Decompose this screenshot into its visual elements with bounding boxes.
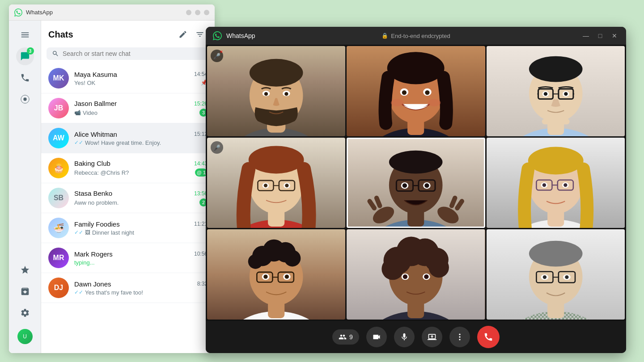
video-close-btn[interactable]: ✕ — [610, 32, 619, 39]
chat-item-dawn[interactable]: DJ Dawn Jones 8:32 ✓✓ Yes that's my fave… — [41, 273, 215, 303]
video-whatsapp-logo-icon — [213, 31, 222, 40]
svg-point-124 — [565, 275, 568, 279]
chat-name-family: Family Foodies — [74, 220, 120, 228]
more-options-btn[interactable] — [449, 327, 470, 347]
chat-info-mark: Mark Rogers 10:56 typing... — [74, 250, 208, 266]
chat-name-dawn: Dawn Jones — [74, 280, 111, 288]
sidebar-item-archived[interactable] — [16, 282, 34, 300]
chat-name-alice: Alice Whitman — [74, 130, 117, 138]
chat-info-alice: Alice Whitman 15:12 ✓✓ Wow! Have great t… — [74, 130, 208, 146]
chat-preview-stasa: Aww no problem. — [74, 199, 119, 206]
sidebar-item-chats[interactable]: 3 — [16, 47, 34, 65]
chat-name-baking: Baking Club — [74, 160, 110, 167]
chat-info-jason: Jason Ballmer 15:26 📹 Video 3 — [74, 100, 208, 117]
search-bar — [47, 47, 209, 60]
participant-1-video — [207, 46, 345, 136]
sidebar-item-starred[interactable] — [16, 261, 34, 279]
chat-info-family: Family Foodies 11:21 ✓✓ 🖼 Dinner last ni… — [74, 220, 208, 236]
avatar-dawn: DJ — [48, 278, 69, 298]
video-minimize-btn[interactable]: — — [581, 32, 590, 39]
whatsapp-background-window: WhatsApp 3 — [9, 4, 215, 353]
chats-header-icons — [175, 27, 208, 42]
video-call-window: WhatsApp 🔒 End-to-end endcrypted — □ ✕ — [206, 27, 626, 353]
avatar-mark: MR — [48, 248, 69, 268]
chat-list: MK Maya Kasuma 14:54 Yes! OK 📌 JB — [41, 63, 215, 353]
avatar-baking: 🎂 — [48, 158, 69, 178]
encryption-label: End-to-end endcrypted — [391, 33, 450, 39]
end-call-btn[interactable] — [477, 326, 500, 348]
chats-title: Chats — [48, 29, 73, 40]
search-input[interactable] — [63, 50, 204, 57]
video-cell-4: 🎤 — [207, 138, 345, 228]
participants-count-btn[interactable]: 9 — [332, 329, 359, 345]
video-grid: 🎤✕ — [206, 45, 626, 321]
svg-point-34 — [544, 92, 547, 96]
chat-preview-alice: ✓✓ Wow! Have great time. Enjoy. — [74, 139, 161, 146]
chat-item-baking[interactable]: 🎂 Baking Club 14:43 Rebecca: @Chris R? @… — [41, 153, 215, 183]
svg-point-10 — [284, 92, 288, 96]
svg-line-65 — [377, 198, 380, 206]
svg-point-87 — [284, 250, 301, 266]
svg-point-105 — [429, 257, 449, 278]
avatar-alice: AW — [48, 128, 69, 148]
svg-point-54 — [389, 151, 443, 174]
screen-share-btn[interactable] — [422, 327, 442, 347]
svg-point-60 — [402, 183, 407, 188]
video-cell-3 — [487, 46, 625, 136]
video-cell-5 — [347, 138, 485, 228]
whatsapp-logo-icon — [14, 8, 22, 17]
chat-item-stasa[interactable]: SB Stasa Benko 13:56 Aww no problem. 2 — [41, 183, 215, 213]
user-avatar[interactable]: U — [17, 329, 33, 344]
svg-point-126 — [459, 336, 460, 337]
chat-info-baking: Baking Club 14:43 Rebecca: @Chris R? @ 1 — [74, 160, 208, 177]
chat-preview-baking: Rebecca: @Chris R? — [74, 169, 129, 176]
svg-point-42 — [249, 146, 304, 174]
chats-badge: 3 — [27, 47, 34, 55]
svg-point-15 — [387, 52, 445, 84]
chat-item-alice[interactable]: AW Alice Whitman 15:12 ✓✓ Wow! Have grea… — [41, 123, 215, 153]
bg-close-btn[interactable] — [204, 10, 209, 15]
svg-point-125 — [459, 334, 460, 335]
svg-point-19 — [425, 90, 430, 95]
svg-point-9 — [264, 92, 268, 96]
filter-btn[interactable] — [192, 27, 208, 42]
sidebar-item-settings[interactable] — [16, 304, 34, 322]
chat-name-jason: Jason Ballmer — [74, 100, 117, 107]
svg-line-67 — [452, 198, 455, 206]
chat-name-mark: Mark Rogers — [74, 250, 113, 258]
sidebar-item-status[interactable] — [16, 90, 34, 108]
chat-preview-mark: typing... — [74, 259, 95, 266]
avatar-family: 🍜 — [48, 218, 69, 238]
svg-point-117 — [529, 241, 583, 267]
bg-titlebar-title: WhatsApp — [26, 9, 182, 16]
svg-point-109 — [424, 274, 429, 279]
chat-name-stasa: Stasa Benko — [74, 189, 112, 197]
video-cell-9 — [487, 229, 625, 320]
chats-panel: Chats — [41, 21, 215, 353]
chat-item-mark[interactable]: MR Mark Rogers 10:56 typing... — [41, 243, 215, 273]
video-titlebar: WhatsApp 🔒 End-to-end endcrypted — □ ✕ — [206, 27, 626, 45]
bg-minimize-btn[interactable] — [186, 10, 191, 15]
mic-toggle-btn[interactable] — [394, 327, 415, 347]
video-cell-1: 🎤✕ — [207, 46, 345, 136]
video-toggle-btn[interactable] — [366, 327, 387, 347]
participants-count-label: 9 — [349, 333, 353, 341]
svg-point-72 — [528, 147, 583, 175]
video-cell-6 — [487, 138, 625, 228]
svg-point-1 — [23, 97, 26, 101]
chat-item-family[interactable]: 🍜 Family Foodies 11:21 ✓✓ 🖼 Dinner last … — [41, 213, 215, 243]
chat-item-jason[interactable]: JB Jason Ballmer 15:26 📹 Video 3 — [41, 93, 215, 123]
svg-point-18 — [402, 90, 407, 95]
chat-preview-family: ✓✓ 🖼 Dinner last night — [74, 229, 134, 236]
sidebar: 3 — [9, 21, 41, 353]
avatar-maya: MK — [48, 68, 69, 88]
new-chat-btn[interactable] — [175, 27, 191, 42]
bg-maximize-btn[interactable] — [195, 10, 200, 15]
sidebar-item-calls[interactable] — [16, 69, 34, 87]
hamburger-menu-btn[interactable] — [16, 26, 34, 44]
chat-item-maya[interactable]: MK Maya Kasuma 14:54 Yes! OK 📌 — [41, 63, 215, 93]
svg-point-88 — [248, 254, 263, 269]
svg-point-20 — [391, 99, 404, 106]
video-maximize-btn[interactable]: □ — [596, 32, 605, 39]
chat-info-dawn: Dawn Jones 8:32 ✓✓ Yes that's my fave to… — [74, 280, 208, 296]
